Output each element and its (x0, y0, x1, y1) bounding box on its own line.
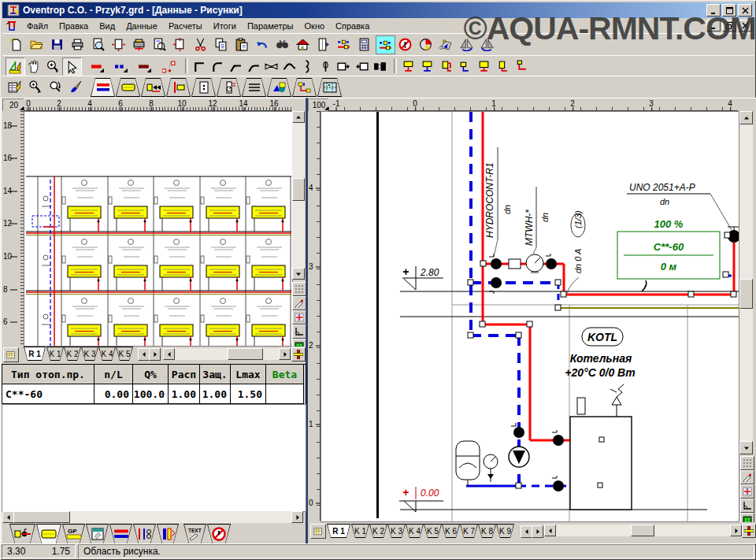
tab-k4[interactable]: K 4 (98, 347, 116, 361)
scroll-down-button[interactable] (292, 268, 305, 280)
scroll-up-button[interactable] (739, 111, 753, 124)
tab-k3[interactable]: K 3 (81, 347, 98, 361)
exit-button[interactable] (314, 35, 332, 53)
brush-button[interactable] (67, 78, 85, 95)
menu-view[interactable]: Вид (94, 20, 120, 32)
child-close-button[interactable] (738, 20, 752, 32)
category-tab-shapes[interactable] (267, 78, 291, 97)
element-tab-radiators[interactable] (36, 524, 61, 544)
calculator-button[interactable] (355, 35, 373, 53)
pipes-scheme-button[interactable] (335, 35, 353, 53)
cell-zasch[interactable]: 1.00 (200, 384, 231, 404)
element-tab-valves[interactable] (9, 524, 35, 544)
radiator-red-tee2-button[interactable] (475, 57, 493, 75)
scroll-thumb[interactable] (739, 279, 753, 309)
tab-k1[interactable]: K 1 (351, 524, 369, 538)
boiler-scheme-canvas[interactable]: 100 % C**-60 0 м UNO 2051+A-P dn HYDROCO… (321, 111, 739, 522)
polyline-button[interactable] (160, 57, 178, 75)
insert-left-button[interactable] (353, 57, 371, 75)
radiator-red-elbow-button[interactable] (437, 57, 455, 75)
category-tab-connections[interactable] (292, 78, 317, 97)
close-cross-button[interactable] (742, 524, 756, 538)
red-grid-button[interactable] (292, 310, 306, 325)
new-document-button[interactable] (7, 35, 25, 53)
element-tab-pipes[interactable] (109, 524, 132, 544)
radiator-yellow-elbow-button[interactable] (494, 57, 512, 75)
tab-k4[interactable]: K 4 (406, 524, 424, 538)
sheet-list-button[interactable] (3, 347, 19, 362)
scroll-thumb[interactable] (13, 511, 70, 523)
tab-r1[interactable]: R 1 (24, 347, 46, 361)
tab-scroll-right[interactable] (532, 525, 543, 538)
polygon-button[interactable] (437, 35, 455, 53)
element-tab-gp[interactable]: GP (62, 524, 85, 544)
draw-line-button[interactable] (740, 470, 754, 484)
menu-file[interactable]: Файл (21, 20, 54, 32)
minimize-button[interactable] (706, 4, 721, 17)
vertical-scrollbar[interactable] (292, 111, 305, 280)
radiator-blue-corner-button[interactable] (456, 57, 474, 75)
vertical-scrollbar[interactable] (739, 111, 753, 454)
tab-k1[interactable]: K 1 (46, 347, 64, 361)
tab-k3[interactable]: K 3 (387, 524, 406, 538)
air-vent-button[interactable] (317, 57, 335, 75)
category-tab-pipes[interactable] (91, 78, 115, 97)
tab-k7[interactable]: K 7 (460, 524, 478, 538)
tab-scroll-left[interactable] (521, 525, 532, 538)
insert-right-button[interactable] (335, 57, 353, 75)
horizontal-scrollbar[interactable] (2, 511, 303, 523)
scheme-canvas[interactable] (24, 111, 293, 347)
pan-button[interactable] (24, 57, 43, 75)
elbow-45-button[interactable] (226, 57, 244, 75)
bracket-button[interactable] (298, 57, 317, 75)
tab-k2[interactable]: K 2 (369, 524, 387, 538)
horizontal-scrollbar[interactable] (544, 525, 742, 536)
tab-k6[interactable]: K 6 (442, 524, 460, 538)
coupling-button[interactable] (371, 57, 389, 75)
scroll-right-button[interactable] (291, 511, 303, 523)
cell-lmax[interactable]: 1.50 (231, 384, 266, 404)
tab-k2[interactable]: K 2 (64, 347, 81, 361)
maximize-button[interactable] (722, 4, 736, 17)
angle-snap-button[interactable] (740, 499, 754, 513)
pie-chart-button[interactable] (417, 35, 435, 53)
radiator-red-tee-button[interactable] (399, 57, 417, 75)
tab-scroll-left[interactable] (138, 348, 150, 361)
cell-beta[interactable] (266, 384, 304, 404)
supply-pipe-button[interactable] (89, 57, 107, 75)
scroll-up-button[interactable] (292, 111, 305, 123)
tab-k5[interactable]: K 5 (116, 347, 133, 361)
child-minimize-button[interactable] (706, 20, 721, 32)
element-tab-risers[interactable] (157, 524, 179, 544)
copy-button[interactable] (212, 35, 230, 53)
zoom-tool-button[interactable] (43, 57, 61, 75)
reduction-button[interactable] (262, 57, 280, 75)
category-tab-panels[interactable] (191, 78, 216, 97)
scroll-thumb[interactable] (631, 525, 654, 536)
elbow-button[interactable] (190, 57, 208, 75)
select-tool-button[interactable] (62, 57, 82, 76)
offset-button[interactable] (280, 57, 298, 75)
zoom-out-button[interactable] (46, 78, 65, 95)
menu-help[interactable]: Справка (330, 20, 375, 32)
cell-q[interactable]: 100.0 (133, 384, 169, 404)
draw-tool-button[interactable] (6, 57, 25, 76)
element-tab-forbid[interactable] (207, 524, 231, 544)
scroll-thumb[interactable] (228, 348, 263, 360)
draw-line-button[interactable] (292, 296, 306, 310)
tab-scroll-right[interactable] (149, 348, 161, 361)
angle-snap-button[interactable] (292, 325, 306, 339)
menu-window[interactable]: Окно (299, 20, 331, 32)
scroll-thumb[interactable] (292, 178, 305, 201)
close-cross-button[interactable] (291, 347, 306, 362)
close-button[interactable] (738, 4, 752, 17)
radiator-red-corner-button[interactable] (513, 57, 531, 75)
tab-k5[interactable]: K 5 (424, 524, 442, 538)
element-tab-text[interactable]: TEXT (183, 524, 206, 544)
cell-type[interactable]: C**-60 (2, 384, 94, 404)
page-arrows-button[interactable] (171, 35, 189, 53)
snap-grid-button[interactable] (292, 282, 306, 296)
scroll-left-button[interactable] (2, 511, 14, 523)
arc-elbow-button[interactable] (208, 57, 226, 75)
print-preview-button[interactable] (89, 35, 107, 53)
